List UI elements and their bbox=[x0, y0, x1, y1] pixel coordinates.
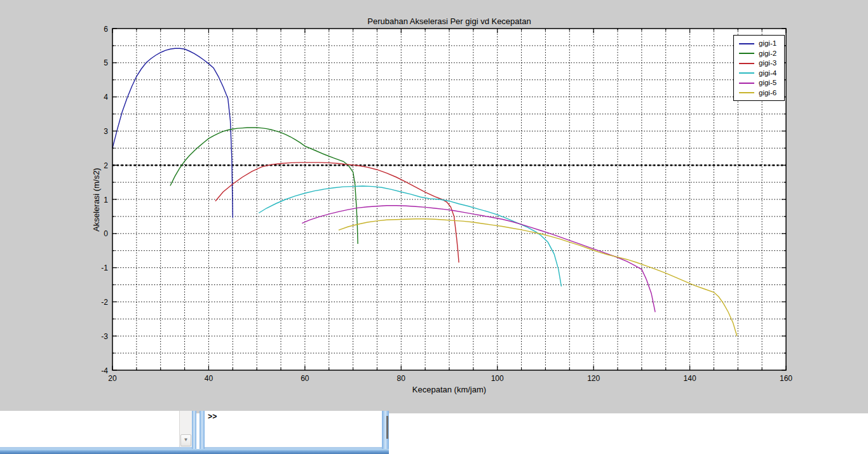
y-tick-label: 5 bbox=[104, 58, 108, 67]
y-tick-label: 3 bbox=[104, 127, 108, 136]
legend-label: gigi-6 bbox=[759, 90, 776, 97]
y-tick-label: 1 bbox=[104, 196, 108, 204]
x-axis-label: Kecepatan (km/jam) bbox=[112, 385, 786, 394]
y-axis-label: Akselerasi (m/s2) bbox=[92, 162, 101, 238]
legend-item: gigi-6 bbox=[734, 88, 784, 98]
legend[interactable]: gigi-1gigi-2gigi-3gigi-4gigi-5gigi-6 bbox=[733, 35, 785, 101]
y-tick-label: -3 bbox=[101, 332, 108, 341]
legend-item: gigi-2 bbox=[734, 49, 784, 59]
y-tick-label: 0 bbox=[104, 229, 108, 238]
x-tick-label: 60 bbox=[301, 374, 309, 383]
y-tick-label: 6 bbox=[104, 25, 108, 34]
legend-line-swatch bbox=[739, 72, 754, 74]
legend-line-swatch bbox=[739, 43, 754, 44]
vertical-scrollbar[interactable]: ▼ bbox=[179, 411, 192, 447]
legend-line-swatch bbox=[739, 53, 754, 54]
chart-title: Perubahan Akselerasi Per gigi vd Kecepat… bbox=[112, 17, 786, 26]
legend-label: gigi-4 bbox=[759, 70, 776, 77]
legend-label: gigi-2 bbox=[759, 50, 776, 58]
window-frame-bottom bbox=[0, 449, 389, 454]
legend-line-swatch bbox=[739, 92, 754, 93]
x-tick-label: 120 bbox=[587, 374, 600, 383]
legend-item: gigi-3 bbox=[734, 58, 784, 69]
legend-label: gigi-3 bbox=[759, 60, 776, 67]
y-tick-label: 2 bbox=[104, 161, 108, 170]
y-tick-label: -1 bbox=[101, 264, 108, 272]
scroll-down-button[interactable]: ▼ bbox=[180, 434, 191, 446]
x-tick-label: 160 bbox=[780, 374, 792, 383]
background-scrollbar[interactable] bbox=[386, 416, 388, 439]
legend-label: gigi-5 bbox=[759, 79, 776, 87]
legend-line-swatch bbox=[739, 83, 754, 84]
legend-item: gigi-1 bbox=[734, 39, 784, 49]
y-tick-label: -4 bbox=[101, 366, 108, 375]
x-tick-label: 80 bbox=[397, 374, 406, 383]
matlab-figure-window: 20406080100120140160-4-3-2-10123456 Peru… bbox=[0, 0, 868, 413]
y-tick-label: 4 bbox=[104, 93, 108, 102]
window-frame-edge bbox=[200, 411, 205, 450]
x-tick-label: 100 bbox=[491, 374, 504, 383]
legend-line-swatch bbox=[739, 63, 754, 64]
y-tick-label: -2 bbox=[101, 298, 108, 307]
x-tick-label: 20 bbox=[108, 374, 117, 383]
legend-item: gigi-4 bbox=[734, 69, 784, 79]
x-tick-label: 140 bbox=[684, 374, 696, 383]
legend-item: gigi-5 bbox=[734, 78, 784, 88]
background-window-panel: ▼ bbox=[0, 411, 192, 449]
legend-label: gigi-1 bbox=[759, 40, 776, 48]
command-prompt: >> bbox=[205, 411, 382, 422]
command-window-panel[interactable]: >> bbox=[205, 411, 382, 449]
x-tick-label: 40 bbox=[205, 374, 214, 383]
window-frame-edge bbox=[192, 411, 196, 450]
